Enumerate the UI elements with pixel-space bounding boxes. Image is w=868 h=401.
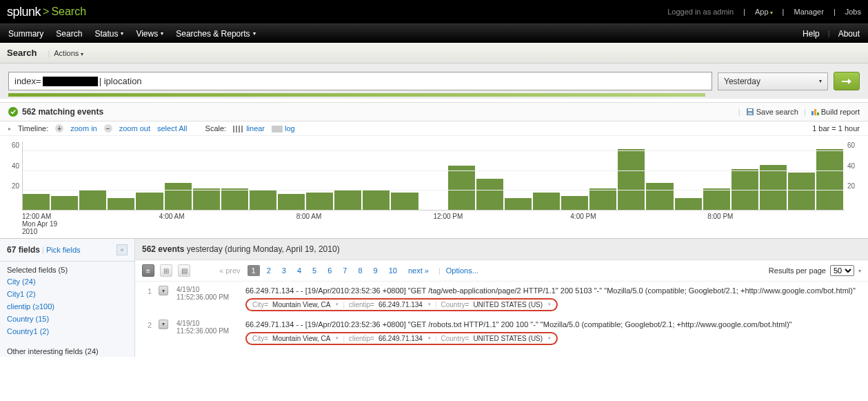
timeline-bar[interactable]	[816, 149, 843, 210]
pager-page[interactable]: 2	[263, 265, 275, 276]
event-num: 2	[142, 320, 152, 345]
timeline-bar[interactable]	[79, 190, 106, 210]
zoom-out-icon[interactable]: −	[104, 124, 112, 133]
pager-page[interactable]: 3	[278, 265, 290, 276]
timeline-bar[interactable]	[448, 166, 475, 210]
timeline-bar[interactable]	[675, 198, 702, 210]
selected-fields-header: Selected fields (5)	[0, 262, 134, 275]
timeline-bar[interactable]	[221, 188, 248, 210]
list-view-button[interactable]: ≡	[142, 264, 154, 277]
brand-arrow: >	[43, 6, 49, 18]
disk-icon	[746, 108, 754, 116]
raw-view-button[interactable]: ▤	[178, 264, 190, 277]
timeline-controls: ▸ Timeline: + zoom in − zoom out select …	[0, 121, 868, 136]
zoom-in-icon[interactable]: +	[55, 124, 63, 133]
pager-page[interactable]: 6	[323, 265, 336, 276]
timeline-bar[interactable]	[363, 190, 390, 210]
timeline-bar[interactable]	[703, 188, 730, 210]
options-link[interactable]: Options...	[446, 266, 478, 275]
timeline-bar[interactable]	[618, 149, 645, 210]
nav-views[interactable]: Views▾	[136, 29, 163, 39]
nav-status[interactable]: Status▾	[94, 29, 123, 39]
event-raw[interactable]: 66.249.71.134 - - [19/Apr/2010:23:52:36 …	[245, 320, 861, 330]
timeline-bar[interactable]	[505, 198, 532, 210]
top-header: splunk > Search Logged in as admin | App…	[0, 0, 868, 23]
nav-search[interactable]: Search	[56, 29, 82, 39]
x-axis: 12:00 AMMon Apr 1920104:00 AM8:00 AM12:0…	[22, 211, 845, 235]
jobs-link[interactable]: Jobs	[845, 8, 861, 16]
help-link[interactable]: Help	[803, 29, 820, 39]
actions-menu[interactable]: Actions▾	[54, 49, 83, 57]
timeline-bar[interactable]	[334, 190, 361, 210]
collapse-panel-button[interactable]: «	[117, 244, 128, 255]
search-input[interactable]: index= | iplocation	[8, 72, 712, 90]
timeline-bar[interactable]	[760, 165, 787, 210]
timeline-bar[interactable]	[788, 173, 815, 210]
timeline-bar[interactable]	[165, 183, 192, 211]
zoom-out[interactable]: zoom out	[119, 124, 150, 133]
app-menu[interactable]: App▾	[755, 8, 773, 16]
field-link[interactable]: City (24)	[0, 275, 134, 288]
pager-page[interactable]: 7	[339, 265, 351, 276]
timeline-bar[interactable]	[391, 193, 418, 210]
select-all[interactable]: select All	[157, 124, 187, 133]
timeline-bar[interactable]	[23, 194, 50, 210]
timeline-bar[interactable]	[193, 188, 220, 210]
fields-count: 67 fields	[7, 245, 40, 255]
timeline-bar[interactable]	[306, 193, 333, 210]
pager-page[interactable]: 5	[308, 265, 321, 276]
event-expand-button[interactable]: ▾	[159, 320, 168, 329]
nav-bar: Summary Search Status▾ Views▾ Searches &…	[0, 23, 868, 43]
nav-summary[interactable]: Summary	[8, 29, 43, 39]
pager-next[interactable]: next »	[404, 265, 433, 276]
search-button[interactable]	[834, 72, 860, 90]
field-link[interactable]: Country1 (2)	[0, 325, 134, 338]
timeline-bar[interactable]	[108, 198, 134, 210]
y-axis-right: 604020	[845, 141, 860, 211]
timeline-bar[interactable]	[533, 193, 560, 210]
about-link[interactable]: About	[838, 29, 860, 39]
timeline-bar[interactable]	[250, 190, 276, 210]
event-row: 1▾4/19/1011:52:36.000 PM66.249.71.134 - …	[135, 282, 868, 315]
pager-page[interactable]: 9	[370, 265, 382, 276]
build-report-link[interactable]: Build report	[811, 108, 860, 116]
brand-name: splunk	[7, 5, 41, 19]
log-icon	[272, 126, 283, 133]
pager-page[interactable]: 1	[248, 265, 260, 276]
timeline-bar[interactable]	[561, 196, 588, 210]
svg-rect-1	[748, 109, 752, 111]
time-range-picker[interactable]: Yesterday▾	[718, 72, 828, 90]
pager-page[interactable]: 10	[385, 265, 401, 276]
timeline-bar[interactable]	[589, 188, 616, 210]
event-raw[interactable]: 66.249.71.134 - - [19/Apr/2010:23:52:36 …	[245, 286, 861, 296]
rpp-select[interactable]: 50	[830, 265, 854, 276]
scale-log[interactable]: log	[272, 124, 295, 133]
svg-rect-2	[748, 113, 752, 115]
check-icon	[8, 107, 18, 117]
other-fields-header: Other interesting fields (24)	[0, 343, 134, 357]
event-num: 1	[142, 286, 152, 311]
field-link[interactable]: Country (15)	[0, 313, 134, 325]
pager-page[interactable]: 8	[354, 265, 366, 276]
pick-fields-link[interactable]: Pick fields	[46, 246, 81, 254]
event-time: 4/19/1011:52:36.000 PM	[176, 286, 239, 311]
table-view-button[interactable]: ⊞	[160, 264, 172, 277]
zoom-in[interactable]: zoom in	[70, 124, 97, 133]
manager-link[interactable]: Manager	[794, 8, 823, 16]
save-search-link[interactable]: Save search	[746, 108, 798, 116]
fields-panel: 67 fields | Pick fields « Selected field…	[0, 239, 135, 357]
nav-searches-reports[interactable]: Searches & Reports▾	[176, 29, 255, 39]
field-link[interactable]: City1 (2)	[0, 288, 134, 300]
timeline-bar[interactable]	[476, 179, 503, 210]
timeline-chart[interactable]: 604020 604020 12:00 AMMon Apr 1920104:00…	[0, 136, 868, 238]
field-link[interactable]: clientip (≥100)	[0, 300, 134, 313]
timeline-bar[interactable]	[646, 183, 673, 211]
scale-linear[interactable]: linear	[233, 124, 265, 133]
timeline-bar[interactable]	[51, 196, 78, 210]
event-time: 4/19/1011:52:36.000 PM	[176, 320, 239, 345]
pager-page[interactable]: 4	[293, 265, 305, 276]
event-expand-button[interactable]: ▾	[159, 286, 168, 295]
timeline-bar[interactable]	[278, 194, 305, 210]
timeline-bar[interactable]	[136, 193, 163, 210]
pager-prev[interactable]: « prev	[215, 265, 245, 276]
